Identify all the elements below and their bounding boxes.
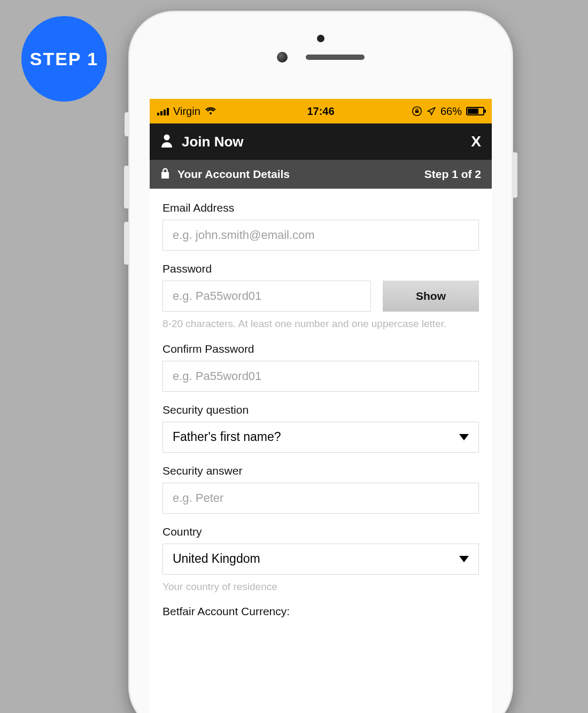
sub-header-step: Step 1 of 2 bbox=[424, 168, 481, 181]
confirm-password-label: Confirm Password bbox=[163, 343, 479, 355]
rotation-lock-icon bbox=[412, 106, 422, 117]
battery-icon bbox=[466, 107, 484, 115]
chevron-down-icon bbox=[459, 434, 469, 440]
security-answer-input[interactable] bbox=[163, 483, 479, 514]
phone-power-button bbox=[512, 152, 517, 198]
lock-icon bbox=[160, 167, 170, 182]
sub-header-title: Your Account Details bbox=[177, 168, 290, 181]
phone-top-sensors bbox=[128, 11, 513, 99]
sub-header: Your Account Details Step 1 of 2 bbox=[150, 160, 492, 189]
battery-pct: 66% bbox=[440, 105, 462, 118]
chevron-down-icon bbox=[459, 556, 469, 562]
carrier-label: Virgin bbox=[173, 105, 200, 118]
app-header: Join Now X bbox=[150, 123, 492, 160]
wifi-icon bbox=[205, 107, 216, 115]
phone-speaker bbox=[306, 55, 365, 60]
phone-screen: Virgin 17:46 66% bbox=[150, 99, 492, 713]
email-input[interactable] bbox=[163, 220, 479, 251]
status-bar: Virgin 17:46 66% bbox=[150, 99, 492, 123]
signal-icon bbox=[157, 107, 169, 115]
country-hint: Your country of residence bbox=[163, 580, 479, 594]
svg-point-1 bbox=[164, 135, 170, 141]
show-password-button[interactable]: Show bbox=[383, 281, 479, 312]
app-title: Join Now bbox=[182, 134, 244, 150]
password-input[interactable] bbox=[163, 281, 371, 312]
security-answer-label: Security answer bbox=[163, 464, 479, 477]
country-select[interactable]: United Kingdom bbox=[163, 544, 479, 575]
currency-label: Betfair Account Currency: bbox=[163, 605, 479, 618]
user-icon bbox=[160, 133, 173, 150]
step-badge-label: STEP 1 bbox=[30, 49, 99, 69]
location-icon bbox=[427, 106, 436, 116]
form-area: Email Address Password Show 8-20 charact… bbox=[150, 189, 492, 618]
country-value: United Kingdom bbox=[173, 552, 260, 566]
security-question-value: Father's first name? bbox=[173, 430, 281, 444]
step-badge: STEP 1 bbox=[21, 16, 107, 102]
security-question-select[interactable]: Father's first name? bbox=[163, 422, 479, 453]
security-question-label: Security question bbox=[163, 404, 479, 416]
phone-volume-up bbox=[124, 166, 129, 208]
country-label: Country bbox=[163, 525, 479, 538]
status-time: 17:46 bbox=[307, 105, 334, 118]
phone-frame: Virgin 17:46 66% bbox=[128, 11, 513, 713]
phone-mute-switch bbox=[125, 112, 129, 136]
close-button[interactable]: X bbox=[471, 133, 481, 150]
phone-volume-down bbox=[124, 222, 129, 265]
confirm-password-input[interactable] bbox=[163, 361, 479, 392]
phone-sensor-dot bbox=[277, 52, 288, 63]
password-hint: 8-20 characters. At least one number and… bbox=[163, 317, 479, 331]
phone-camera-dot bbox=[317, 35, 324, 42]
password-label: Password bbox=[163, 262, 479, 275]
email-label: Email Address bbox=[163, 201, 479, 214]
